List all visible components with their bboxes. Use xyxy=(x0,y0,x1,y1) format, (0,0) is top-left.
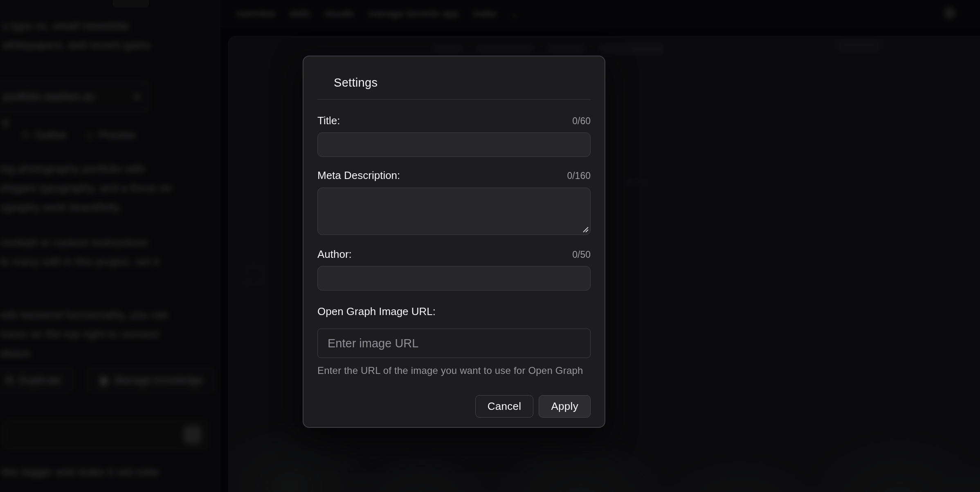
resize-handle-icon[interactable] xyxy=(581,225,589,233)
author-counter: 0/50 xyxy=(572,249,591,260)
og-image-url-help: Enter the URL of the image you want to u… xyxy=(317,365,591,376)
title-label: Title: xyxy=(317,114,340,127)
cancel-button[interactable]: Cancel xyxy=(475,395,534,418)
title-input[interactable] xyxy=(317,132,591,157)
dialog-title: Settings xyxy=(334,76,591,89)
meta-description-counter: 0/160 xyxy=(567,170,591,181)
apply-button[interactable]: Apply xyxy=(539,395,591,418)
author-label: Author: xyxy=(317,248,352,261)
author-input[interactable] xyxy=(317,266,591,291)
meta-description-textarea[interactable] xyxy=(317,188,591,235)
og-image-url-input[interactable] xyxy=(317,329,591,358)
og-image-url-label: Open Graph Image URL: xyxy=(317,305,436,318)
dialog-divider xyxy=(317,99,591,100)
settings-dialog: Settings Title: 0/60 Meta Description: 0… xyxy=(303,56,605,428)
meta-description-label: Meta Description: xyxy=(317,169,400,182)
title-counter: 0/60 xyxy=(572,116,591,127)
